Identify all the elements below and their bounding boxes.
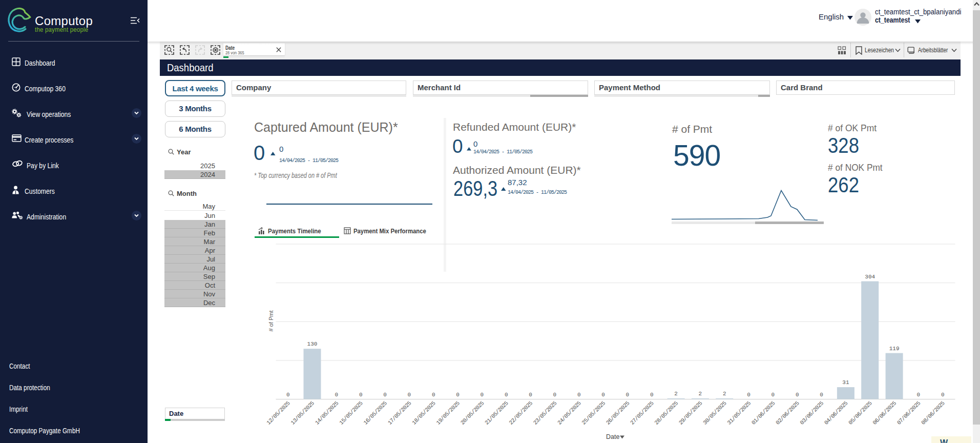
svg-text:0: 0 — [577, 392, 581, 398]
svg-text:2: 2 — [674, 391, 678, 397]
svg-text:0: 0 — [529, 392, 532, 398]
svg-text:0: 0 — [286, 392, 290, 398]
svg-text:0: 0 — [601, 392, 605, 398]
svg-text:21/05/2025: 21/05/2025 — [484, 400, 509, 426]
svg-text:08/06/2025: 08/06/2025 — [920, 400, 946, 426]
svg-text:02/06/2025: 02/06/2025 — [775, 400, 800, 426]
svg-text:Date: Date — [606, 433, 619, 440]
svg-text:04/06/2025: 04/06/2025 — [823, 400, 849, 426]
svg-text:20/05/2025: 20/05/2025 — [460, 400, 485, 426]
svg-text:05/06/2025: 05/06/2025 — [847, 400, 873, 426]
svg-text:29/05/2025: 29/05/2025 — [678, 400, 703, 426]
svg-text:13/05/2025: 13/05/2025 — [289, 400, 315, 426]
svg-text:28/05/2025: 28/05/2025 — [654, 400, 679, 426]
svg-text:0: 0 — [553, 392, 557, 398]
svg-text:# of Pmt: # of Pmt — [268, 311, 274, 332]
svg-text:03/06/2025: 03/06/2025 — [799, 400, 825, 426]
svg-text:0: 0 — [820, 392, 823, 398]
svg-text:0: 0 — [917, 392, 921, 398]
svg-text:25/05/2025: 25/05/2025 — [581, 400, 607, 426]
svg-text:24/05/2025: 24/05/2025 — [556, 400, 582, 426]
svg-text:0: 0 — [796, 392, 799, 398]
svg-text:0: 0 — [432, 392, 435, 398]
svg-text:2: 2 — [723, 391, 726, 397]
svg-text:0: 0 — [747, 392, 750, 398]
svg-text:26/05/2025: 26/05/2025 — [605, 400, 631, 426]
svg-text:0: 0 — [505, 392, 508, 398]
svg-text:07/06/2025: 07/06/2025 — [896, 400, 922, 426]
svg-text:18/05/2025: 18/05/2025 — [411, 400, 436, 426]
svg-text:31: 31 — [842, 379, 849, 386]
svg-text:304: 304 — [865, 274, 875, 280]
svg-text:01/06/2025: 01/06/2025 — [750, 400, 776, 426]
svg-text:17/05/2025: 17/05/2025 — [387, 400, 412, 426]
svg-text:0: 0 — [626, 392, 630, 398]
svg-text:0: 0 — [456, 392, 460, 398]
svg-text:30/05/2025: 30/05/2025 — [702, 400, 727, 426]
svg-text:23/05/2025: 23/05/2025 — [532, 400, 558, 426]
svg-text:0: 0 — [383, 392, 387, 398]
svg-text:119: 119 — [889, 346, 900, 352]
svg-text:31/05/2025: 31/05/2025 — [726, 400, 752, 426]
svg-text:14/05/2025: 14/05/2025 — [314, 400, 340, 426]
svg-text:0: 0 — [941, 392, 945, 398]
svg-text:06/06/2025: 06/06/2025 — [872, 400, 898, 426]
svg-text:2: 2 — [699, 391, 702, 397]
svg-text:130: 130 — [307, 341, 318, 347]
svg-text:19/05/2025: 19/05/2025 — [435, 400, 461, 426]
svg-text:15/05/2025: 15/05/2025 — [338, 400, 364, 426]
svg-text:0: 0 — [650, 392, 654, 398]
svg-text:27/05/2025: 27/05/2025 — [629, 400, 655, 426]
svg-text:22/05/2025: 22/05/2025 — [508, 400, 534, 426]
svg-text:0: 0 — [335, 392, 339, 398]
svg-text:0: 0 — [359, 392, 363, 398]
svg-text:16/05/2025: 16/05/2025 — [362, 400, 388, 426]
svg-text:0: 0 — [772, 392, 775, 398]
svg-text:0: 0 — [408, 392, 411, 398]
svg-text:12/05/2025: 12/05/2025 — [265, 400, 291, 426]
svg-text:0: 0 — [481, 392, 484, 398]
